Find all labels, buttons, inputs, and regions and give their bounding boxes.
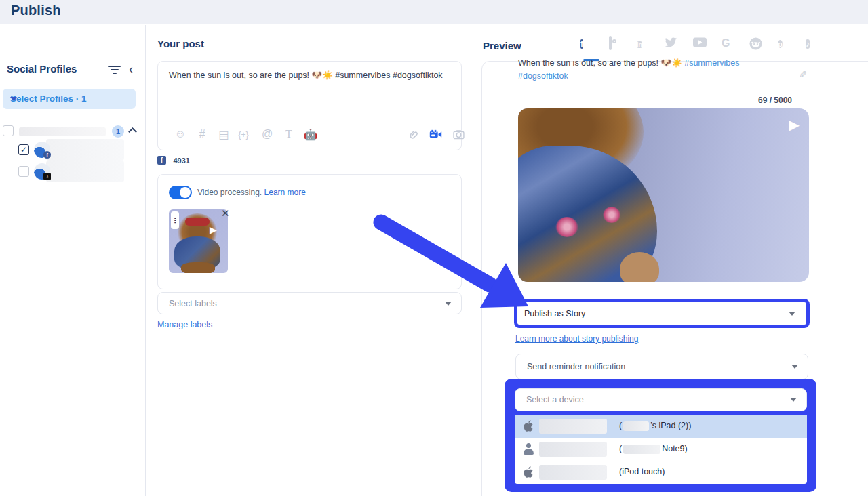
tab-reddit[interactable]: [749, 37, 763, 51]
select-profiles-label: Select Profiles · 1: [10, 94, 87, 104]
emoji-icon[interactable]: ☺: [173, 128, 188, 140]
caption-text: When the sun is out, so are the pups! 🐶☀…: [518, 58, 684, 68]
tab-pinterest[interactable]: p: [778, 37, 791, 51]
post-text-input[interactable]: When the sun is out, so are the pups! 🐶☀…: [169, 70, 447, 81]
device-label: (Note9): [619, 444, 688, 454]
select-profiles-dropdown[interactable]: Select Profiles · 1: [3, 89, 136, 109]
preview-heading: Preview: [483, 40, 521, 51]
device-name-redacted: [539, 442, 607, 457]
top-bar: Publish: [0, 0, 868, 24]
device-placeholder: Select a device: [526, 395, 584, 405]
select-device-dropdown[interactable]: Select a device: [515, 388, 807, 411]
caption-char-counter: 69 / 5000: [656, 96, 792, 105]
device-name-redacted: [539, 419, 607, 434]
mention-icon[interactable]: @: [260, 128, 275, 140]
play-icon[interactable]: ▶: [210, 224, 217, 235]
reminder-notification-dropdown[interactable]: Send reminder notification: [515, 354, 808, 379]
chevron-down-icon: [10, 97, 17, 101]
variables-icon[interactable]: {+}: [236, 130, 251, 140]
device-option-ipad[interactable]: (’s iPad (2)): [515, 415, 807, 438]
collapse-sidebar-icon[interactable]: ‹: [129, 62, 133, 77]
filter-icon[interactable]: [108, 66, 121, 74]
device-label: (’s iPad (2)): [619, 421, 691, 431]
publish-page: Publish Social Profiles ‹ Select Profile…: [0, 0, 868, 496]
hashtag-icon[interactable]: #: [195, 128, 210, 140]
facebook-icon: f: [157, 156, 166, 165]
facebook-badge-icon: f: [43, 151, 51, 159]
tab-tiktok[interactable]: ♪: [806, 37, 819, 51]
apple-icon: [523, 466, 534, 478]
remove-media-icon[interactable]: ✕: [221, 207, 230, 220]
device-option-note9[interactable]: (Note9): [515, 438, 807, 461]
device-options-list: (’s iPad (2)) (Note9) (iPod touch): [515, 415, 807, 484]
sidebar-heading: Social Profiles: [7, 63, 77, 75]
tab-linkedin[interactable]: in: [637, 37, 650, 51]
tab-twitter[interactable]: [665, 37, 678, 51]
chevron-down-icon: [789, 312, 795, 316]
profile-row-tiktok[interactable]: ♪: [0, 161, 146, 183]
profile-name-redacted: [46, 161, 124, 182]
publish-as-story-dropdown[interactable]: Publish as Story: [517, 302, 806, 325]
edit-caption-icon[interactable]: ✎: [799, 69, 807, 80]
person-icon: [523, 443, 534, 455]
chevron-down-icon: [445, 302, 452, 306]
link-icon[interactable]: [406, 128, 420, 140]
ai-assistant-icon[interactable]: 🤖: [303, 128, 318, 141]
chevron-down-icon: [791, 365, 798, 369]
media-attachments-card: Video processing. Learn more ⋮ ▶ ✕: [157, 174, 462, 289]
profile-checkbox-unchecked[interactable]: [18, 166, 29, 177]
caption-hashtag[interactable]: #dogsoftiktok: [518, 71, 568, 81]
video-thumbnail[interactable]: ⋮ ▶: [169, 209, 228, 273]
tab-google[interactable]: G: [722, 37, 735, 51]
saved-captions-icon[interactable]: ▤: [216, 128, 231, 141]
tiktok-badge-icon: ♪: [43, 173, 51, 180]
preview-panel: Preview f in G p ♪ When the sun is out, …: [472, 25, 868, 496]
apple-icon: [523, 420, 534, 432]
device-option-ipod[interactable]: (iPod touch): [515, 461, 807, 484]
post-editor[interactable]: When the sun is out, so are the pups! 🐶☀…: [157, 61, 462, 150]
play-icon[interactable]: ▶: [789, 117, 800, 133]
chevron-up-icon[interactable]: [128, 127, 137, 136]
profile-group-row[interactable]: 1: [0, 125, 146, 139]
story-dropdown-highlight: Publish as Story: [514, 299, 810, 328]
video-processing-toggle[interactable]: [169, 186, 192, 199]
editor-toolbar: ☺ # ▤ {+} @ T 🤖: [158, 127, 461, 144]
social-profiles-sidebar: Social Profiles ‹ Select Profiles · 1 1 …: [0, 25, 146, 496]
post-composer: Your post When the sun is out, so are th…: [146, 25, 472, 496]
select-labels-dropdown[interactable]: Select labels: [157, 292, 462, 314]
profile-row-facebook[interactable]: ✓ f: [0, 139, 146, 161]
char-count-value: 4931: [173, 157, 189, 165]
learn-more-link[interactable]: Learn more: [264, 188, 306, 197]
group-count-badge: 1: [112, 125, 124, 138]
story-select-value: Publish as Story: [524, 309, 585, 318]
tab-facebook[interactable]: f: [580, 37, 594, 51]
device-name-redacted: [539, 465, 607, 480]
preview-caption: When the sun is out, so are the pups! 🐶☀…: [518, 57, 792, 83]
video-icon[interactable]: [428, 128, 443, 140]
text-icon[interactable]: T: [281, 128, 296, 140]
tab-instagram[interactable]: [609, 37, 623, 51]
group-name-redacted: [19, 127, 106, 136]
profile-checkbox-checked[interactable]: ✓: [18, 144, 29, 155]
media-menu-icon[interactable]: ⋮: [171, 211, 179, 229]
story-publishing-link[interactable]: Learn more about story publishing: [515, 334, 638, 344]
device-label: (iPod touch): [619, 467, 665, 476]
manage-labels-link[interactable]: Manage labels: [157, 320, 212, 329]
profile-name-redacted: [46, 139, 124, 161]
composer-heading: Your post: [157, 38, 204, 49]
camera-icon[interactable]: [451, 128, 466, 140]
page-title: Publish: [11, 3, 61, 18]
facebook-char-count: f 4931: [157, 154, 190, 163]
reminder-select-value: Send reminder notification: [527, 362, 625, 371]
video-processing-label: Video processing. Learn more: [197, 188, 306, 197]
group-checkbox[interactable]: [3, 125, 14, 136]
device-picker-highlight: Select a device (’s iPad (2)) (Note9): [505, 379, 816, 492]
caption-hashtag[interactable]: #summervibes: [684, 58, 739, 68]
chevron-down-icon: [790, 398, 797, 402]
select-labels-placeholder: Select labels: [169, 299, 217, 308]
preview-video[interactable]: ▶: [518, 108, 809, 282]
tab-youtube[interactable]: [693, 37, 707, 51]
